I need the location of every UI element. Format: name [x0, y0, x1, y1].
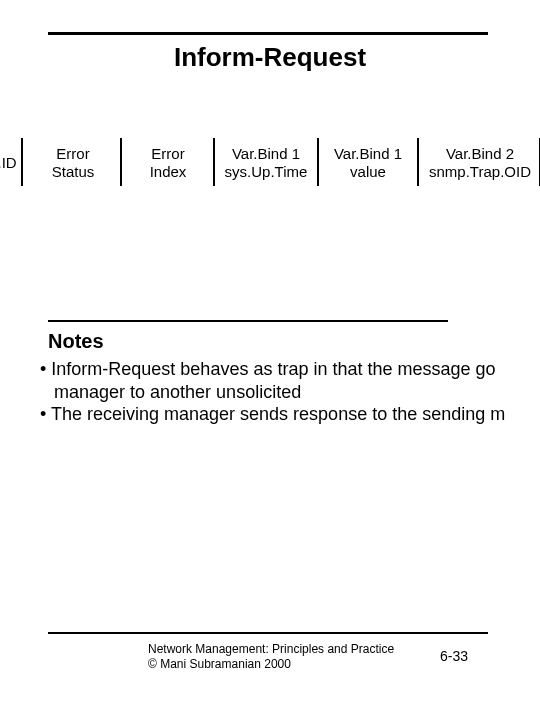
pdu-field-error-index: Error Index [124, 140, 212, 186]
pdu-separator [120, 138, 122, 186]
footer-source: Network Management: Principles and Pract… [148, 642, 394, 672]
footer-source-line1: Network Management: Principles and Pract… [148, 642, 394, 657]
pdu-field-text: Var.Bind 1 [216, 145, 316, 163]
pdu-field-text: Status [28, 163, 118, 181]
footer-page-number: 6-33 [440, 648, 468, 664]
pdu-field-id: t.ID [0, 140, 20, 186]
pdu-field-text: Error [28, 145, 118, 163]
pdu-field-text: Error [124, 145, 212, 163]
footer-source-line2: © Mani Subramanian 2000 [148, 657, 394, 672]
pdu-field-text: value [320, 163, 416, 181]
pdu-separator [21, 138, 23, 186]
pdu-field-varbind1-name: Var.Bind 1 sys.Up.Time [216, 140, 316, 186]
pdu-separator [213, 138, 215, 186]
pdu-structure-row: t.ID Error Status Error Index Var.Bind 1… [0, 140, 540, 190]
footer-rule [48, 632, 488, 634]
pdu-field-varbind1-value: Var.Bind 1 value [320, 140, 416, 186]
pdu-field-text: sys.Up.Time [216, 163, 316, 181]
notes-bullet-1-line1: • Inform-Request behaves as trap in that… [40, 358, 540, 381]
notes-bullet-1-line2: manager to another unsolicited [40, 381, 540, 404]
pdu-field-varbind2-name: Var.Bind 2 snmp.Trap.OID [420, 140, 540, 186]
notes-heading: Notes [48, 330, 104, 353]
pdu-separator [417, 138, 419, 186]
pdu-field-text: snmp.Trap.OID [420, 163, 540, 181]
pdu-field-text: Var.Bind 2 [420, 145, 540, 163]
notes-body: • Inform-Request behaves as trap in that… [40, 358, 540, 426]
notes-rule [48, 320, 448, 322]
pdu-field-text: t.ID [0, 154, 20, 172]
pdu-field-error-status: Error Status [28, 140, 118, 186]
pdu-field-text: Var.Bind 1 [320, 145, 416, 163]
top-rule [48, 32, 488, 35]
notes-bullet-2-line1: • The receiving manager sends response t… [40, 403, 540, 426]
pdu-field-text: Index [124, 163, 212, 181]
slide-title: Inform-Request [0, 42, 540, 73]
pdu-separator [317, 138, 319, 186]
